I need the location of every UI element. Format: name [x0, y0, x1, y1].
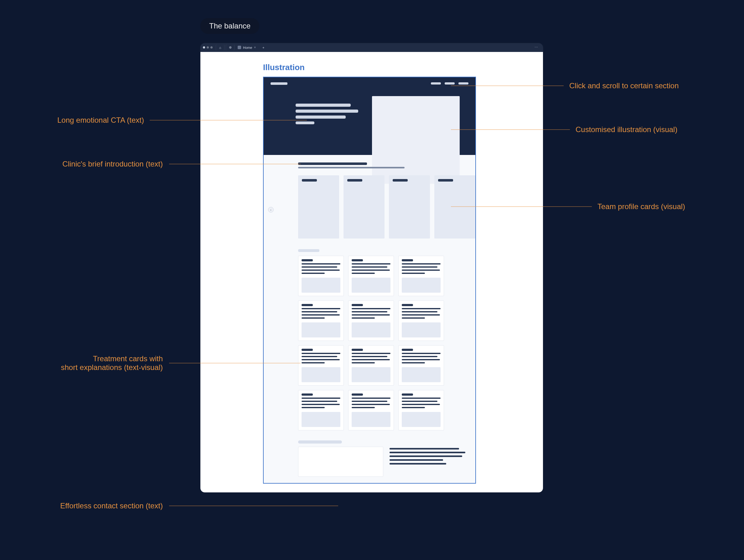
treatment-image — [302, 367, 340, 382]
cta-line — [296, 104, 351, 107]
contact-section — [264, 447, 475, 483]
contact-form-box[interactable] — [298, 447, 383, 477]
favicon-icon — [238, 46, 241, 49]
new-tab-button[interactable]: + — [259, 44, 268, 51]
cta-line — [296, 116, 346, 119]
treatment-card[interactable] — [348, 345, 394, 386]
annotation-illus: Customised illustration (visual) — [575, 125, 677, 134]
treatment-card[interactable] — [398, 390, 444, 430]
treatment-card[interactable] — [398, 256, 444, 296]
treatment-grid — [264, 253, 475, 433]
annotation-cta: Long emotional CTA (text) — [57, 116, 144, 125]
treatment-image — [351, 367, 390, 382]
browser-frame: ⌂ ⊕ Home × + ⋯ Illustration — [200, 43, 543, 492]
browser-bar: ⌂ ⊕ Home × + ⋯ — [200, 43, 543, 52]
team-card[interactable] — [343, 175, 384, 239]
treatment-card[interactable] — [348, 256, 394, 296]
treatment-card[interactable] — [348, 301, 394, 341]
contact-line — [389, 452, 465, 453]
intro-text-bar — [298, 167, 405, 168]
logo-placeholder — [270, 82, 288, 85]
contact-label-bar — [298, 440, 342, 444]
treatment-card[interactable] — [298, 256, 344, 296]
annotation-treatment: Treatment cards with short explanations … — [61, 354, 163, 372]
nav-item[interactable] — [431, 82, 441, 84]
treatment-image — [402, 367, 441, 382]
cta-line — [296, 110, 358, 113]
team-card[interactable] — [434, 175, 475, 239]
treatment-image — [402, 322, 441, 337]
treatment-image — [302, 412, 340, 427]
treatment-card[interactable] — [298, 345, 344, 386]
treatment-image — [351, 412, 390, 427]
treatment-image — [351, 278, 390, 293]
cta-line — [296, 121, 314, 124]
tab-label: Home — [243, 46, 252, 49]
contact-line — [389, 463, 446, 465]
treatment-card[interactable] — [398, 345, 444, 386]
more-icon[interactable]: ⋯ — [532, 44, 541, 51]
cta-text-block — [296, 104, 358, 124]
treatment-card[interactable] — [348, 390, 394, 430]
annotation-nav: Click and scroll to certain section — [569, 81, 678, 90]
hero-section — [264, 77, 475, 155]
team-card[interactable] — [389, 175, 430, 239]
traffic-lights — [203, 46, 213, 48]
contact-line — [389, 455, 462, 457]
badge-title: The balance — [200, 18, 259, 34]
section-label-bar — [298, 249, 320, 252]
team-cards-row[interactable]: ‹ — [264, 171, 475, 243]
treatment-image — [402, 412, 441, 427]
annotation-team: Team profile cards (visual) — [597, 202, 685, 211]
treatment-card[interactable] — [298, 390, 344, 430]
treatment-image — [302, 278, 340, 293]
nav-item[interactable] — [445, 82, 455, 84]
intro-section — [264, 155, 475, 171]
treatment-image — [351, 322, 390, 337]
treatment-image — [402, 278, 441, 293]
intro-heading-bar — [298, 162, 367, 165]
annotation-contact: Effortless contact section (text) — [60, 502, 163, 510]
home-icon[interactable]: ⌂ — [216, 44, 225, 51]
treatment-card[interactable] — [398, 301, 444, 341]
canvas: Illustration ‹ — [200, 52, 543, 492]
nav-item[interactable] — [458, 82, 469, 84]
globe-icon[interactable]: ⊕ — [226, 44, 234, 51]
contact-line — [389, 459, 443, 461]
wireframe-title: Illustration — [263, 63, 543, 72]
browser-tab[interactable]: Home × — [236, 46, 258, 49]
treatment-card[interactable] — [298, 301, 344, 341]
carousel-prev-icon[interactable]: ‹ — [268, 207, 274, 212]
wireframe-page: ‹ — [263, 77, 476, 484]
close-icon[interactable]: × — [254, 46, 256, 49]
nav-links[interactable] — [431, 82, 469, 85]
team-card[interactable] — [298, 175, 339, 239]
treatment-image — [302, 322, 340, 337]
annotation-intro: Clinic's brief introduction (text) — [62, 160, 163, 168]
contact-line — [389, 448, 459, 449]
contact-text — [389, 447, 469, 477]
